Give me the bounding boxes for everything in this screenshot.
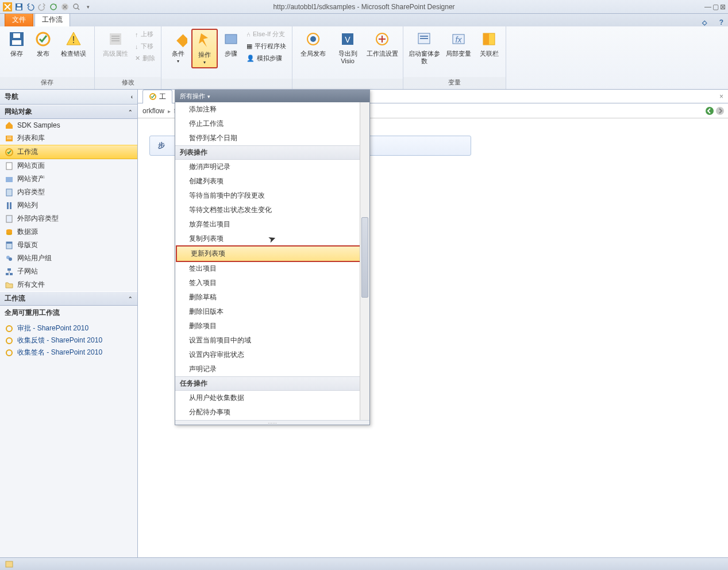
action-button[interactable]: 操作▾ — [191, 29, 218, 68]
dropdown-list[interactable]: 添加注释 停止工作流 暂停到某个日期 列表操作 撤消声明记录 创建列表项 等待当… — [175, 102, 369, 420]
dd-item[interactable]: 放弃签出项目 — [175, 217, 369, 232]
dd-item-update-list-item[interactable]: 更新列表项 — [176, 245, 369, 262]
svg-rect-15 — [111, 38, 120, 39]
qat-dropdown-icon[interactable]: ▾ — [83, 2, 93, 12]
maximize-icon[interactable]: ▢ — [712, 3, 719, 11]
check-errors-button[interactable]: ! 检查错误 — [56, 29, 91, 59]
parallel-button[interactable]: ▦平行程序块 — [244, 41, 288, 52]
help-icon[interactable]: ? — [719, 18, 723, 26]
close-tab-icon[interactable]: × — [719, 93, 723, 101]
action-dropdown: 所有操作 添加注释 停止工作流 暂停到某个日期 列表操作 撤消声明记录 创建列表… — [175, 90, 370, 425]
dd-item[interactable]: 撤消声明记录 — [175, 160, 369, 174]
nav-item-content-types[interactable]: 内容类型 — [0, 186, 137, 199]
breadcrumb-forward-icon[interactable] — [715, 106, 725, 115]
save-icon[interactable] — [14, 2, 24, 12]
nav-item-site-assets[interactable]: 网站资产 — [0, 172, 137, 186]
breadcrumb-back-icon[interactable] — [705, 106, 714, 115]
svg-rect-39 — [10, 202, 11, 209]
nav-item-subsites[interactable]: 子网站 — [0, 265, 137, 278]
move-up-button: ↑上移 — [133, 29, 157, 40]
nav-collapse-icon[interactable]: ‹ — [131, 94, 133, 100]
svg-point-56 — [706, 107, 714, 115]
svg-rect-50 — [10, 273, 13, 275]
dropdown-resize-handle[interactable]: ⋯⋯ — [175, 420, 369, 425]
window-title: http://autobbl1/sdksamples - Microsoft S… — [273, 3, 454, 11]
wf-item-feedback[interactable]: 收集反馈 - SharePoint 2010 — [0, 334, 137, 346]
global-publish-button[interactable]: 全局发布 — [296, 29, 330, 59]
dd-item[interactable]: 添加注释 — [175, 102, 369, 117]
wf-item-signatures[interactable]: 收集签名 - SharePoint 2010 — [0, 346, 137, 359]
ribbon-collapse-icon[interactable]: ◇ — [702, 19, 707, 26]
publish-button[interactable]: 发布 — [30, 29, 56, 59]
nav-item-groups[interactable]: 网站用户组 — [0, 252, 137, 265]
subsite-icon — [5, 267, 14, 276]
dd-item[interactable]: 声明记录 — [175, 362, 369, 376]
svg-text:V: V — [345, 35, 350, 44]
undo-icon[interactable] — [25, 2, 36, 12]
content-type-icon — [5, 188, 14, 197]
dd-item[interactable]: 设置内容审批状态 — [175, 348, 369, 362]
tab-file[interactable]: 文件 — [5, 13, 33, 26]
scrollbar-thumb[interactable] — [361, 217, 368, 298]
nav-item-external-types[interactable]: 外部内容类型 — [0, 212, 137, 225]
content-tab-workflow[interactable]: 工 — [142, 90, 172, 103]
svg-rect-17 — [176, 34, 187, 48]
svg-rect-36 — [6, 177, 13, 182]
close-icon[interactable]: ⊠ — [720, 3, 726, 11]
minimize-icon[interactable]: — — [704, 3, 711, 11]
dd-item[interactable]: 删除草稿 — [175, 290, 369, 305]
dd-item[interactable]: 签入项目 — [175, 276, 369, 290]
save-button[interactable]: 保存 — [3, 29, 30, 59]
nav-item-home[interactable]: SDK Samples — [0, 119, 137, 132]
nav-item-workflows[interactable]: 工作流 — [0, 145, 137, 159]
dd-item[interactable]: 删除项目 — [175, 319, 369, 333]
wf-item-approval[interactable]: 审批 - SharePoint 2010 — [0, 322, 137, 334]
workflow-list: 审批 - SharePoint 2010 收集反馈 - SharePoint 2… — [0, 320, 137, 361]
local-vars-button[interactable]: fx 局部变量 — [441, 29, 476, 59]
dropdown-header[interactable]: 所有操作 — [175, 90, 369, 102]
dd-item[interactable]: 设置当前项目中的域 — [175, 333, 369, 348]
nav-item-site-pages[interactable]: 网站页面 — [0, 159, 137, 172]
breadcrumb-item[interactable]: orkflow — [142, 107, 164, 115]
nav-section-workflows[interactable]: 工作流 ⌃ — [0, 291, 137, 306]
init-params-button[interactable]: 启动窗体参数 — [407, 29, 441, 66]
user-icon: 👤 — [246, 55, 255, 62]
workflow-settings-button[interactable]: 工作流设置 — [365, 29, 399, 59]
nav-item-master-pages[interactable]: 母版页 — [0, 238, 137, 252]
dd-item[interactable]: 创建列表项 — [175, 174, 369, 188]
svg-point-6 — [74, 4, 78, 9]
zoom-icon[interactable] — [71, 2, 82, 12]
nav-section-site-objects[interactable]: 网站对象 ⌃ — [0, 105, 137, 119]
nav-item-lists[interactable]: 列表和库 — [0, 132, 137, 145]
external-icon — [5, 214, 14, 224]
dd-item[interactable]: 从用户处收集数据 — [175, 391, 369, 405]
svg-rect-58 — [6, 561, 13, 567]
dd-item[interactable]: 将表单分配给组 — [175, 419, 369, 420]
tab-workflow[interactable]: 工作流 — [34, 13, 70, 26]
refresh-icon[interactable] — [48, 2, 59, 12]
dd-item[interactable]: 删除旧版本 — [175, 305, 369, 319]
status-icon — [5, 560, 14, 569]
stop-icon[interactable] — [60, 2, 70, 12]
breadcrumb-separator-icon — [167, 107, 172, 115]
nav-item-all-files[interactable]: 所有文件 — [0, 278, 137, 291]
dd-item[interactable]: 等待当前项中的字段更改 — [175, 188, 369, 203]
app-icon[interactable] — [2, 2, 13, 12]
nav-item-data-sources[interactable]: 数据源 — [0, 225, 137, 238]
dd-item[interactable]: 暂停到某个日期 — [175, 131, 369, 145]
dd-item[interactable]: 等待文档签出状态发生变化 — [175, 203, 369, 217]
page-icon — [5, 161, 14, 171]
impersonation-button[interactable]: 👤模拟步骤 — [244, 53, 288, 64]
column-icon — [5, 201, 14, 210]
redo-icon[interactable] — [37, 2, 47, 12]
assoc-cols-button[interactable]: 关联栏 — [476, 29, 502, 59]
dropdown-scrollbar[interactable] — [360, 102, 369, 420]
dd-item[interactable]: 签出项目 — [175, 261, 369, 276]
export-visio-button[interactable]: V 导出到 Visio — [330, 29, 365, 66]
dd-item[interactable]: 停止工作流 — [175, 117, 369, 131]
nav-item-site-columns[interactable]: 网站列 — [0, 199, 137, 212]
condition-button[interactable]: 条件▾ — [165, 29, 191, 66]
step-button[interactable]: 步骤 — [218, 29, 244, 59]
workflow-icon — [5, 148, 14, 157]
dd-item[interactable]: 分配待办事项 — [175, 405, 369, 419]
